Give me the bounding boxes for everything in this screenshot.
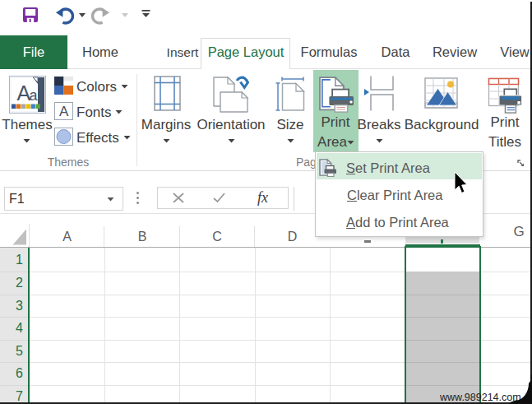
svg-text:a: a [30, 87, 39, 104]
svg-text:A: A [59, 104, 69, 119]
